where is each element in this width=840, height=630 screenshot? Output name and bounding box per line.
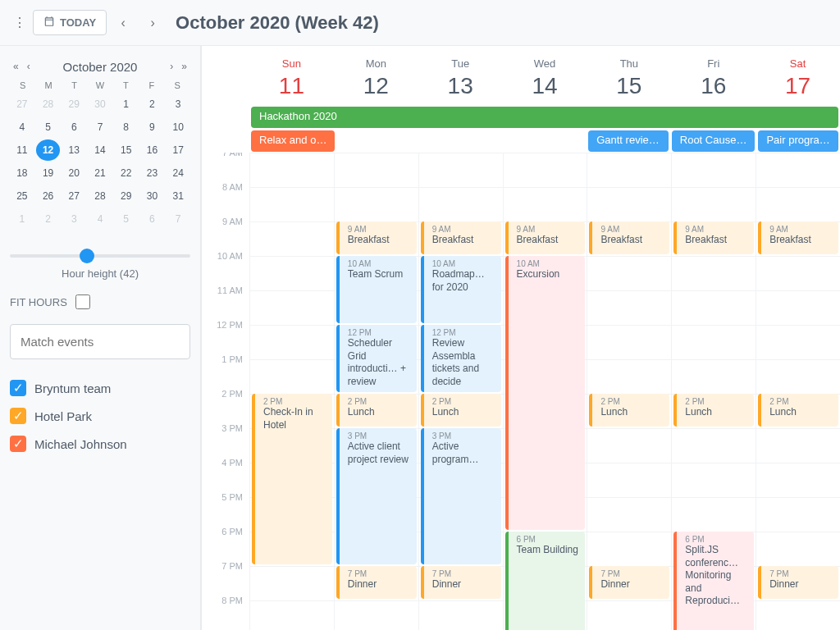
mini-date-cell[interactable]: 28 [88,185,112,207]
allday-event[interactable]: Root Cause… [672,130,756,152]
more-menu[interactable]: ⋮ [10,10,30,36]
resource-checkbox[interactable]: ✓ [10,436,26,452]
mini-date-cell[interactable]: 28 [36,94,61,115]
week-grid-scroll[interactable]: 7 AM8 AM9 AM10 AM11 AM12 PM1 PM2 PM3 PM4… [202,153,840,630]
mini-date-cell[interactable]: 15 [114,139,139,161]
mini-prev-year[interactable]: « [10,59,22,74]
calendar-event[interactable]: 9 AMBreakfast [505,221,586,254]
mini-date-cell[interactable]: 29 [114,185,139,207]
day-column[interactable]: 9 AMBreakfast10 AMTeam Scrum12 PMSchedul… [334,153,418,630]
mini-date-cell[interactable]: 1 [114,94,139,115]
calendar-event[interactable]: 2 PMLunch [421,394,501,427]
mini-date-cell[interactable]: 11 [10,139,34,161]
resource-label: Michael Johnson [34,437,127,451]
day-column[interactable]: 9 AMBreakfast2 PMLunch7 PMDinner [587,153,671,630]
calendar-event[interactable]: 6 PMTeam Building [505,532,586,630]
day-column[interactable]: 9 AMBreakfast2 PMLunch7 PMDinner [756,153,840,630]
prev-week[interactable]: ‹ [110,10,136,36]
allday-event[interactable]: Hackathon 2020 [251,107,838,128]
mini-date-cell[interactable]: 6 [62,116,86,138]
mini-date-cell[interactable]: 18 [10,162,34,184]
calendar-event[interactable]: 12 PMReview Assembla tickets and decide [421,325,501,392]
calendar-event[interactable]: 10 AMExcursion [505,256,586,530]
resource-item[interactable]: ✓Michael Johnson [10,430,190,458]
mini-date-cell[interactable]: 24 [166,162,190,184]
mini-date-cell[interactable]: 29 [62,94,86,115]
mini-calendar-grid[interactable]: 2728293012345678910111213141516171819202… [10,94,190,230]
calendar-event[interactable]: 7 PMDinner [758,566,838,599]
calendar-event[interactable]: 7 PMDinner [589,566,669,599]
allday-event[interactable]: Relax and o… [251,130,335,152]
calendar-event[interactable]: 7 PMDinner [336,566,417,599]
next-week[interactable]: › [139,10,166,36]
mini-date-cell[interactable]: 7 [88,116,112,138]
mini-date-cell[interactable]: 17 [166,139,190,161]
day-column[interactable]: 9 AMBreakfast10 AMExcursion6 PMTeam Buil… [503,153,587,630]
resource-checkbox[interactable]: ✓ [10,408,26,424]
calendar-event[interactable]: 2 PMCheck-In in Hotel [252,394,332,564]
mini-date-cell[interactable]: 30 [88,94,112,115]
fit-hours-label: FIT HOURS [10,296,67,308]
mini-date-cell[interactable]: 5 [114,208,139,230]
mini-date-cell[interactable]: 25 [10,185,34,207]
calendar-event[interactable]: 2 PMLunch [589,394,669,427]
mini-date-cell[interactable]: 3 [62,208,86,230]
mini-date-cell[interactable]: 7 [166,208,190,230]
fit-hours-checkbox[interactable] [75,294,90,309]
day-column[interactable]: 9 AMBreakfast10 AMRoadmap… for 202012 PM… [418,153,503,630]
resource-item[interactable]: ✓Bryntum team [10,374,190,402]
day-column[interactable]: 9 AMBreakfast2 PMLunch6 PMSplit.JS confe… [671,153,756,630]
mini-next-month[interactable]: › [167,59,176,74]
mini-date-cell[interactable]: 2 [36,208,61,230]
mini-date-cell[interactable]: 13 [62,139,86,161]
resource-item[interactable]: ✓Hotel Park [10,402,190,430]
mini-prev-month[interactable]: ‹ [24,59,34,74]
today-button[interactable]: TODAY [33,10,107,35]
match-events-input[interactable] [10,324,190,359]
calendar-event[interactable]: 10 AMRoadmap… for 2020 [421,256,501,323]
resource-checkbox[interactable]: ✓ [10,380,26,396]
calendar-event[interactable]: 9 AMBreakfast [758,221,838,254]
mini-date-cell[interactable]: 30 [140,185,165,207]
calendar-event[interactable]: 3 PMActive client project review [336,428,417,564]
calendar-event[interactable]: 2 PMLunch [758,394,838,427]
mini-date-cell[interactable]: 16 [140,139,165,161]
mini-date-cell[interactable]: 12 [36,139,61,161]
mini-date-cell[interactable]: 4 [10,116,34,138]
calendar-event[interactable]: 12 PMScheduler Grid introducti… + review [336,325,417,392]
allday-event[interactable]: Pair progra… [758,130,838,152]
mini-date-cell[interactable]: 5 [36,116,61,138]
calendar-event[interactable]: 9 AMBreakfast [673,221,754,254]
mini-date-cell[interactable]: 27 [10,94,34,115]
calendar-event[interactable]: 6 PMSplit.JS conferenc… Monitoring and R… [673,532,754,630]
hour-height-slider[interactable] [10,254,190,258]
mini-next-year[interactable]: » [178,59,190,74]
mini-date-cell[interactable]: 1 [10,208,34,230]
mini-date-cell[interactable]: 19 [36,162,61,184]
mini-date-cell[interactable]: 9 [140,116,165,138]
mini-date-cell[interactable]: 22 [114,162,139,184]
mini-date-cell[interactable]: 20 [62,162,86,184]
mini-date-cell[interactable]: 31 [166,185,190,207]
mini-date-cell[interactable]: 2 [140,94,165,115]
calendar-event[interactable]: 9 AMBreakfast [336,221,417,254]
mini-date-cell[interactable]: 3 [166,94,190,115]
calendar-event[interactable]: 9 AMBreakfast [589,221,669,254]
mini-date-cell[interactable]: 27 [62,185,86,207]
calendar-event[interactable]: 3 PMActive program… [421,428,501,564]
allday-event[interactable]: Gantt revie… [588,130,669,152]
mini-date-cell[interactable]: 26 [36,185,61,207]
calendar-event[interactable]: 9 AMBreakfast [421,221,501,254]
calendar-event[interactable]: 2 PMLunch [336,394,417,427]
day-column[interactable]: 2 PMCheck-In in Hotel [249,153,334,630]
calendar-event[interactable]: 7 PMDinner [421,566,501,599]
mini-date-cell[interactable]: 21 [88,162,112,184]
calendar-event[interactable]: 2 PMLunch [673,394,754,427]
mini-date-cell[interactable]: 10 [166,116,190,138]
mini-date-cell[interactable]: 6 [140,208,165,230]
mini-date-cell[interactable]: 23 [140,162,165,184]
mini-date-cell[interactable]: 4 [88,208,112,230]
calendar-event[interactable]: 10 AMTeam Scrum [336,256,417,323]
mini-date-cell[interactable]: 14 [88,139,112,161]
mini-date-cell[interactable]: 8 [114,116,139,138]
